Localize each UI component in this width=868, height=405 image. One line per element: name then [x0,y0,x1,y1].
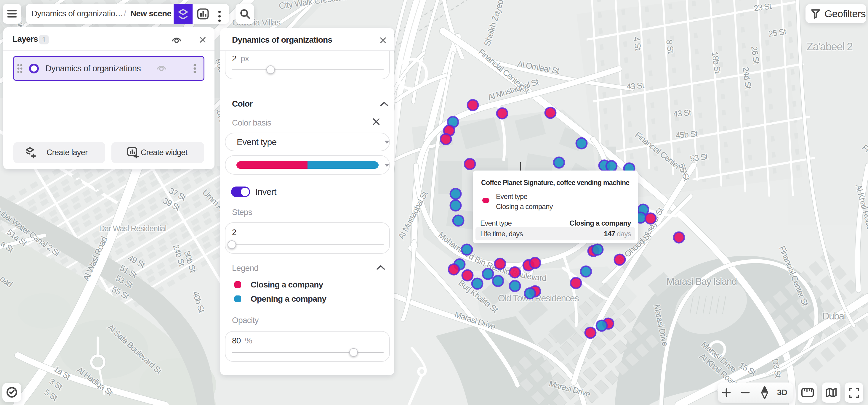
svg-text:4 St: 4 St [632,36,643,51]
svg-text:Dubai: Dubai [823,310,846,322]
svg-text:Marasi Bay Island: Marasi Bay Island [666,276,737,287]
svg-text:8 St: 8 St [664,39,676,54]
svg-text:43 St: 43 St [626,80,645,91]
svg-text:Dar Wasl Residential: Dar Wasl Residential [99,224,166,233]
svg-text:45b St: 45b St [675,129,698,140]
svg-text:Za'abeel 2: Za'abeel 2 [807,40,852,53]
svg-text:43 St: 43 St [673,108,691,119]
